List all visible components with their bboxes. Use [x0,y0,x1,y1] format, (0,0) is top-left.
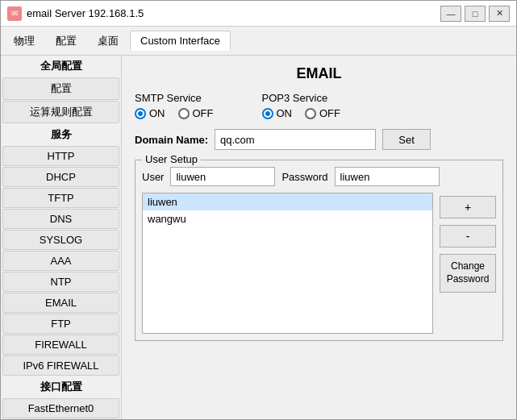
pop3-on-option[interactable]: ON [262,107,293,119]
pop3-radio-row: ON OFF [262,107,341,119]
list-item-liuwen[interactable]: liuwen [143,193,432,210]
sidebar-header-interfaces: 接口配置 [1,376,121,397]
domain-label: Domain Name: [135,134,208,146]
sidebar-item-http[interactable]: HTTP [2,146,119,166]
user-setup-box: User Setup User Password liuwen wangwu +… [135,160,503,341]
window-title: email Server 192.168.1.5 [27,7,436,19]
smtp-label: SMTP Service [135,92,214,104]
sidebar-item-peizhi[interactable]: 配置 [2,77,119,100]
app-icon: ✉ [7,6,22,21]
user-list-area: liuwen wangwu + - ChangePassword [142,193,496,334]
close-button[interactable]: ✕ [489,6,510,22]
sidebar-header-services: 服务 [1,124,121,145]
password-field-label: Password [281,171,327,183]
sidebar-header-global: 全局配置 [1,56,121,77]
sidebar-item-aaa[interactable]: AAA [2,251,119,271]
pop3-service: POP3 Service ON OFF [262,92,341,119]
menu-item-config[interactable]: 配置 [46,31,86,52]
smtp-off-option[interactable]: OFF [178,107,214,119]
menu-bar: 物理 配置 桌面 Custom Interface [1,27,516,56]
window-controls: — □ ✕ [440,6,510,22]
smtp-service: SMTP Service ON OFF [135,92,214,119]
sidebar-item-dns[interactable]: DNS [2,209,119,229]
sidebar-item-dhcp[interactable]: DHCP [2,167,119,187]
domain-input[interactable] [215,129,376,150]
smtp-radio-row: ON OFF [135,107,214,119]
panel-title: EMAIL [135,65,503,82]
pop3-on-radio[interactable] [262,108,273,119]
domain-row: Domain Name: Set [135,129,503,150]
pop3-label: POP3 Service [262,92,341,104]
sidebar-item-ipv6-firewall[interactable]: IPv6 FIREWALL [2,356,119,376]
sidebar-item-tftp[interactable]: TFTP [2,188,119,208]
user-input[interactable] [170,167,275,186]
pop3-off-radio[interactable] [305,108,316,119]
sidebar-item-firewall[interactable]: FIREWALL [2,335,119,355]
smtp-on-option[interactable]: ON [135,107,165,119]
sidebar-item-ftp[interactable]: FTP [2,314,119,334]
list-item-wangwu[interactable]: wangwu [143,210,432,227]
pop3-on-label: ON [277,107,293,119]
sidebar-item-fastethernet0[interactable]: FastEthernet0 [2,398,119,418]
remove-user-button[interactable]: - [440,225,496,247]
smtp-on-label: ON [149,107,165,119]
sidebar-scroll: 全局配置 配置 运算规则配置 服务 HTTP DHCP TFTP DNS SYS… [1,56,121,419]
add-user-button[interactable]: + [440,196,496,218]
menu-item-custom[interactable]: Custom Interface [130,31,231,51]
pop3-off-option[interactable]: OFF [305,107,340,119]
menu-item-physics[interactable]: 物理 [4,31,44,52]
sidebar-item-suanfa[interactable]: 运算规则配置 [2,101,119,123]
user-setup-legend: User Setup [142,153,201,165]
sidebar-item-syslog[interactable]: SYSLOG [2,230,119,250]
user-credentials-row: User Password [142,167,496,186]
menu-item-desktop[interactable]: 桌面 [88,31,128,52]
main-window: ✉ email Server 192.168.1.5 — □ ✕ 物理 配置 桌… [0,0,517,420]
password-input[interactable] [335,167,440,186]
sidebar: 全局配置 配置 运算规则配置 服务 HTTP DHCP TFTP DNS SYS… [1,56,122,419]
sidebar-item-ntp[interactable]: NTP [2,272,119,292]
user-field-label: User [142,171,164,183]
sidebar-item-email[interactable]: EMAIL [2,293,119,313]
title-bar: ✉ email Server 192.168.1.5 — □ ✕ [1,1,516,27]
user-actions: + - ChangePassword [440,193,496,334]
smtp-off-radio[interactable] [178,108,190,119]
smtp-on-radio[interactable] [135,108,146,119]
smtp-off-label: OFF [193,107,214,119]
minimize-button[interactable]: — [440,6,461,22]
set-button[interactable]: Set [382,129,431,150]
user-listbox[interactable]: liuwen wangwu [142,193,433,334]
content-area: EMAIL SMTP Service ON OFF [122,56,516,419]
pop3-off-label: OFF [319,107,340,119]
main-layout: 全局配置 配置 运算规则配置 服务 HTTP DHCP TFTP DNS SYS… [1,56,516,419]
services-row: SMTP Service ON OFF POP3 Servic [135,92,503,119]
change-password-button[interactable]: ChangePassword [440,254,496,293]
maximize-button[interactable]: □ [465,6,486,22]
